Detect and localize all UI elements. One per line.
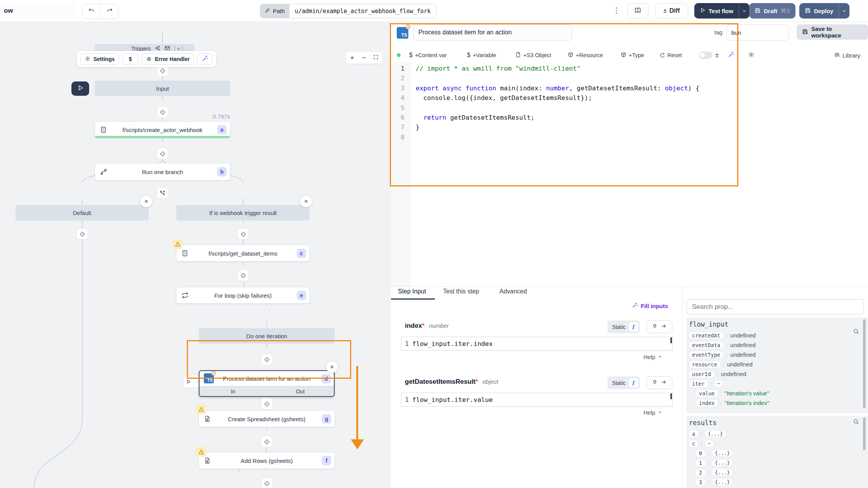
test-flow-button[interactable]: Test flow bbox=[694, 3, 750, 19]
error-handler-button[interactable]: Error Handler bbox=[142, 53, 194, 65]
getdatesetitemsresult-expr-input[interactable]: 1 flow_input.iter.value bbox=[401, 393, 673, 407]
ai-wand-icon[interactable] bbox=[728, 51, 734, 59]
node-label: Default bbox=[73, 210, 91, 216]
tab-step-input[interactable]: Step Input bbox=[398, 288, 426, 295]
prop-key-pill[interactable]: eventData bbox=[689, 342, 723, 349]
default-branch-node[interactable]: Default bbox=[15, 205, 149, 220]
search-prop-input[interactable] bbox=[687, 299, 864, 315]
prop-key-pill[interactable]: createdAt bbox=[689, 332, 723, 339]
deploy-button[interactable]: Deploy bbox=[799, 3, 849, 19]
tag-input[interactable] bbox=[726, 24, 789, 41]
save-to-workspace-button[interactable]: Save to workspace bbox=[797, 24, 868, 40]
spreadsheet-file-icon bbox=[204, 415, 211, 422]
fill-inputs-button[interactable]: Fill inputs bbox=[632, 302, 668, 310]
add-resource-button[interactable]: +Resource bbox=[568, 52, 603, 59]
close-icon[interactable]: × bbox=[300, 196, 312, 207]
draft-button[interactable]: Draft ⌘S bbox=[749, 3, 795, 19]
diff-mode-toggle[interactable] bbox=[699, 52, 712, 59]
flow-name-input[interactable]: ow bbox=[0, 3, 76, 19]
tab-test-this-step[interactable]: Test this step bbox=[443, 288, 479, 295]
add-variable-button[interactable]: $+Variable bbox=[467, 52, 496, 59]
test-flow-dropdown[interactable] bbox=[739, 3, 750, 19]
for-loop-node[interactable]: For loop (skip failures) e bbox=[176, 287, 310, 303]
prop-key-pill[interactable]: 0 bbox=[696, 450, 705, 457]
close-icon[interactable]: × bbox=[326, 361, 338, 373]
run-step-button[interactable] bbox=[183, 375, 201, 388]
fit-view-icon[interactable] bbox=[373, 54, 379, 61]
zoom-in-icon[interactable]: + bbox=[350, 54, 354, 62]
function-mode-icon[interactable]: f bbox=[629, 378, 638, 388]
code-editor[interactable]: // import * as wmill from "windmill-clie… bbox=[416, 62, 736, 186]
prop-key-pill[interactable]: value bbox=[696, 390, 718, 397]
prop-key-pill[interactable]: 2 bbox=[696, 469, 705, 476]
tab-advanced[interactable]: Advanced bbox=[499, 288, 527, 295]
node-output-tab[interactable]: Out bbox=[267, 386, 334, 396]
if-branch-node[interactable]: If is webhook trigger result bbox=[176, 205, 310, 220]
add-step-button[interactable] bbox=[157, 106, 168, 118]
add-step-button[interactable] bbox=[157, 148, 168, 159]
bun-icon bbox=[211, 371, 216, 376]
do-one-iteration-node[interactable]: Do one iteration bbox=[199, 328, 335, 344]
add-rows-node[interactable]: Add Rows (gsheets) f bbox=[199, 452, 335, 469]
connect-input-button[interactable] bbox=[646, 376, 672, 389]
add-step-button[interactable] bbox=[76, 228, 88, 240]
prop-key-pill[interactable]: 1 bbox=[696, 459, 705, 466]
add-context-var-button[interactable]: $+Context var bbox=[409, 52, 447, 59]
prop-key-pill[interactable]: 3 bbox=[696, 479, 705, 486]
prop-key-pill[interactable]: c bbox=[689, 440, 698, 447]
input-node[interactable]: Input bbox=[95, 81, 230, 96]
add-type-button[interactable]: +Type bbox=[621, 52, 644, 59]
library-button[interactable]: Library bbox=[834, 52, 860, 59]
prop-key-pill[interactable]: eventType bbox=[689, 351, 723, 358]
reset-button[interactable]: Reset bbox=[659, 52, 682, 59]
close-icon[interactable]: × bbox=[140, 196, 152, 207]
redo-button[interactable] bbox=[100, 4, 118, 19]
add-branch-button[interactable] bbox=[157, 187, 168, 199]
status-dot bbox=[397, 53, 401, 57]
flow-canvas[interactable]: Triggers ⁞ + ⁞ Settings $ Error Handler … bbox=[0, 22, 391, 488]
scrollbar[interactable] bbox=[863, 319, 866, 408]
add-step-button[interactable] bbox=[237, 228, 249, 240]
node-input-tab[interactable]: In bbox=[200, 386, 267, 396]
step-title-input[interactable] bbox=[413, 24, 572, 41]
search-icon[interactable] bbox=[853, 328, 860, 336]
plus-minus-icon[interactable]: ± bbox=[715, 51, 719, 59]
kebab-menu-icon[interactable]: ⋮ bbox=[613, 6, 621, 15]
search-icon[interactable] bbox=[853, 418, 860, 427]
diff-button[interactable]: ± Diff bbox=[655, 3, 688, 19]
flow-settings-button[interactable]: Settings bbox=[80, 53, 119, 65]
add-step-button[interactable] bbox=[261, 478, 272, 488]
index-expr-input[interactable]: 1 flow_input.iter.index bbox=[401, 337, 673, 351]
flow-variables-button[interactable]: $ bbox=[122, 53, 138, 65]
prop-key-pill[interactable]: iter bbox=[689, 380, 708, 387]
editor-settings-icon[interactable] bbox=[748, 51, 755, 59]
prop-key-pill[interactable]: index bbox=[696, 400, 718, 407]
add-step-button[interactable] bbox=[261, 354, 272, 365]
add-s3-object-button[interactable]: +S3 Object bbox=[515, 52, 551, 59]
help-toggle[interactable]: Help bbox=[643, 354, 663, 360]
connect-input-button[interactable] bbox=[646, 320, 672, 333]
prop-key-pill[interactable]: a bbox=[689, 430, 698, 437]
add-step-button[interactable] bbox=[261, 398, 272, 410]
static-toggle[interactable]: Static f bbox=[607, 320, 640, 333]
scrollbar[interactable] bbox=[863, 417, 866, 450]
zoom-out-icon[interactable]: − bbox=[362, 54, 366, 62]
process-item-node-selected[interactable]: TS Process dataset item for an action d … bbox=[199, 370, 335, 397]
get-dataset-items-node[interactable]: f/scripts/get_dataset_items c bbox=[176, 245, 310, 261]
path-chip[interactable]: Path u/admin/example_actor_webhook_flow_… bbox=[260, 4, 437, 18]
undo-button[interactable] bbox=[83, 4, 100, 19]
create-actor-webhook-node[interactable]: f/scripts/create_actor_webhook a bbox=[95, 122, 230, 138]
prop-key-pill[interactable]: userId bbox=[689, 371, 714, 378]
prop-key-pill[interactable]: resource bbox=[689, 361, 720, 368]
deploy-dropdown[interactable] bbox=[839, 3, 849, 19]
create-spreadsheet-node[interactable]: Create Spreadsheet (gsheets) g bbox=[199, 411, 335, 427]
add-step-button[interactable] bbox=[261, 436, 272, 447]
docs-button[interactable] bbox=[627, 3, 648, 19]
ai-wand-button[interactable] bbox=[197, 53, 213, 65]
help-toggle[interactable]: Help bbox=[643, 409, 663, 416]
function-mode-icon[interactable]: f bbox=[629, 322, 638, 332]
run-one-branch-node[interactable]: Run one branch b bbox=[95, 163, 230, 180]
test-up-to-button[interactable] bbox=[71, 81, 89, 96]
add-step-button[interactable] bbox=[237, 269, 249, 281]
static-toggle[interactable]: Static f bbox=[607, 376, 640, 389]
